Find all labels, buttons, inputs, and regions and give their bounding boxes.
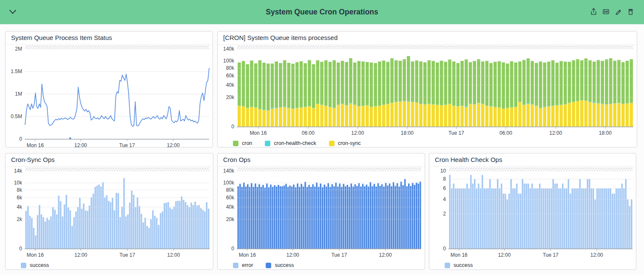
dashboard-header: System Queue Cron Operations [0, 0, 644, 24]
svg-text:12:00: 12:00 [167, 252, 180, 258]
svg-text:40k: 40k [226, 82, 235, 88]
svg-text:20k: 20k [226, 94, 235, 100]
svg-text:0: 0 [443, 246, 446, 252]
panel-title: [CRON] System Queue items processed [218, 31, 637, 45]
legend-label: error [242, 262, 253, 268]
svg-text:Tue 17: Tue 17 [331, 252, 347, 258]
chart-cron-ops[interactable]: Mon 1612:00Tue 1712:00140k100k80k60k40k2… [218, 167, 425, 261]
svg-text:1M: 1M [15, 91, 22, 97]
legend-cron-sync-ops: success [6, 262, 213, 268]
legend-label: cron-health-check [274, 140, 316, 146]
svg-text:12:00: 12:00 [74, 142, 87, 147]
chart-cron-sync-ops[interactable]: Mon 1612:00Tue 1712:0014k10k8k6k4k2k0 [6, 167, 213, 261]
legend-label: cron [242, 140, 252, 146]
panel-title: Cron Health Check Ops [429, 153, 636, 167]
legend-swatch-icon [233, 263, 238, 268]
legend-label: success [30, 262, 49, 268]
svg-text:Mon 16: Mon 16 [451, 252, 468, 258]
svg-text:Tue 17: Tue 17 [448, 130, 464, 136]
svg-text:12:00: 12:00 [74, 252, 87, 258]
legend-swatch-icon [445, 263, 450, 268]
chart-items-processed[interactable]: Mon 1606:0012:0018:00Tue 1706:0012:0018:… [218, 45, 637, 139]
legend-items-processed: croncron-health-checkcron-sync [218, 140, 637, 146]
svg-text:Mon 16: Mon 16 [27, 142, 44, 147]
legend-label: success [454, 262, 473, 268]
svg-text:12:00: 12:00 [549, 130, 562, 136]
svg-text:Tue 17: Tue 17 [543, 252, 559, 258]
svg-text:0.5M: 0.5M [11, 113, 22, 119]
svg-text:60k: 60k [226, 73, 235, 79]
svg-text:60k: 60k [226, 195, 235, 201]
svg-text:Tue 17: Tue 17 [119, 142, 135, 147]
legend-swatch-icon [329, 141, 335, 146]
svg-text:0: 0 [231, 124, 234, 130]
legend-swatch-icon [233, 141, 238, 146]
panel-cron-ops: Cron Ops Mon 1612:00Tue 1712:00140k100k8… [217, 153, 425, 270]
svg-text:20k: 20k [226, 216, 235, 222]
svg-text:12:00: 12:00 [590, 252, 603, 258]
add-to-report-icon[interactable] [602, 7, 610, 17]
svg-text:40k: 40k [226, 204, 235, 210]
legend-item-error[interactable]: error [233, 262, 253, 268]
svg-text:10k: 10k [14, 180, 23, 186]
legend-item-cron[interactable]: cron [233, 140, 252, 146]
svg-text:Mon 16: Mon 16 [239, 252, 256, 258]
legend-item-success[interactable]: success [445, 262, 473, 268]
svg-text:6: 6 [443, 185, 446, 191]
svg-text:12:00: 12:00 [498, 252, 511, 258]
panel-cron-health-check-ops: Cron Health Check Ops Mon 1612:00Tue 171… [429, 153, 636, 270]
svg-text:10: 10 [440, 168, 446, 174]
svg-text:0: 0 [19, 246, 22, 252]
legend-label: success [275, 262, 294, 268]
svg-text:0: 0 [19, 136, 22, 142]
panel-title: Cron-Sync Ops [6, 153, 213, 167]
svg-text:80k: 80k [226, 187, 235, 193]
svg-text:2k: 2k [17, 216, 23, 222]
legend-cron-health-check-ops: success [429, 262, 636, 268]
svg-text:18:00: 18:00 [401, 130, 414, 136]
svg-text:2: 2 [443, 211, 446, 217]
edit-icon[interactable] [614, 7, 622, 17]
share-export-icon[interactable] [590, 7, 598, 17]
panel-cron-sync-ops: Cron-Sync Ops Mon 1612:00Tue 1712:0014k1… [5, 153, 213, 270]
svg-text:4k: 4k [17, 204, 23, 210]
dashboard: System Queue Cron Operations [0, 0, 644, 275]
legend-cron-ops: errorsuccess [218, 262, 425, 268]
svg-text:100k: 100k [223, 58, 235, 64]
panel-process-item-status: System Queue Process Item Status Mon 161… [5, 31, 213, 147]
panel-title: Cron Ops [218, 153, 425, 167]
svg-text:2M: 2M [15, 46, 22, 52]
legend-item-success[interactable]: success [266, 262, 294, 268]
svg-text:14k: 14k [14, 168, 23, 174]
svg-text:8: 8 [443, 176, 446, 182]
dashboard-title: System Queue Cron Operations [0, 0, 644, 24]
svg-text:12:00: 12:00 [167, 142, 180, 147]
svg-text:Mon 16: Mon 16 [250, 130, 267, 136]
svg-text:140k: 140k [223, 168, 235, 174]
legend-label: cron-sync [338, 140, 361, 146]
svg-text:Mon 16: Mon 16 [27, 252, 44, 258]
svg-text:8k: 8k [17, 187, 23, 193]
panel-items-processed: [CRON] System Queue items processed Mon … [217, 31, 637, 147]
header-toolbar [590, 7, 635, 17]
svg-text:100k: 100k [223, 180, 235, 186]
svg-text:18:00: 18:00 [599, 130, 612, 136]
svg-text:140k: 140k [223, 46, 235, 52]
legend-item-cron-health-check[interactable]: cron-health-check [265, 140, 316, 146]
svg-text:12:00: 12:00 [379, 252, 392, 258]
svg-text:1.5M: 1.5M [11, 68, 22, 74]
legend-item-cron-sync[interactable]: cron-sync [329, 140, 361, 146]
delete-icon[interactable] [627, 7, 635, 17]
svg-text:06:00: 06:00 [499, 130, 512, 136]
legend-swatch-icon [266, 263, 271, 268]
panel-title: System Queue Process Item Status [6, 31, 213, 45]
svg-text:12:00: 12:00 [287, 252, 299, 258]
legend-item-success[interactable]: success [21, 262, 49, 268]
chart-cron-health-check-ops[interactable]: Mon 1612:00Tue 1712:001086420 [429, 167, 636, 261]
chart-process-item-status[interactable]: Mon 1612:00Tue 1712:002M1.5M1M0.5M0 [6, 45, 213, 147]
legend-swatch-icon [265, 141, 270, 146]
svg-text:4: 4 [443, 196, 446, 202]
svg-text:80k: 80k [226, 65, 235, 71]
svg-text:0: 0 [231, 246, 234, 252]
svg-text:06:00: 06:00 [302, 130, 315, 136]
